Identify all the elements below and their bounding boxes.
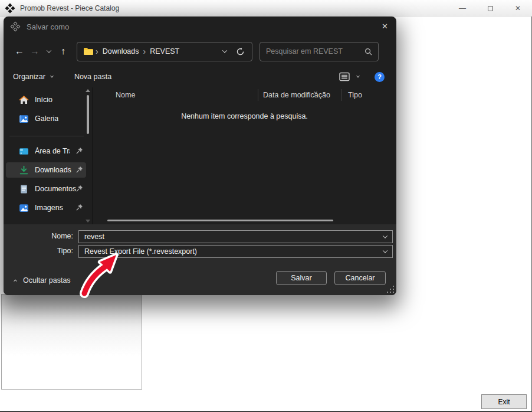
breadcrumb-downloads[interactable]: Downloads [103, 47, 139, 55]
cancel-button[interactable]: Cancelar [334, 271, 386, 285]
promob-logo-outline-icon [11, 22, 21, 32]
filetype-dropdown-chevron-icon [383, 248, 387, 253]
exit-button[interactable]: Exit [481, 394, 527, 409]
pin-icon[interactable] [75, 146, 84, 155]
maximize-button[interactable] [485, 4, 495, 13]
scroll-down-icon[interactable] [86, 220, 90, 223]
gallery-icon [19, 114, 29, 124]
navigation-bar: ← → ↑ › Downloads › REVEST [4, 37, 396, 66]
sidebar-item-label: Galeria [35, 115, 58, 123]
hide-folders-label: Ocultar pastas [23, 276, 71, 285]
window-controls: — ✕ [458, 0, 523, 17]
filetype-select[interactable]: Revest Export File (*.revestexport) [78, 245, 393, 258]
dialog-title: Salvar como [27, 22, 69, 31]
column-separator[interactable] [258, 89, 258, 101]
desktop-icon [19, 146, 29, 156]
organize-button[interactable]: Organizar [13, 73, 53, 81]
download-icon [19, 165, 29, 175]
chevron-down-icon [47, 48, 51, 53]
dialog-main-area: Início Galeria [4, 87, 396, 224]
sidebar-item-label: Área de Trabalho [35, 147, 70, 155]
sidebar: Início Galeria [4, 87, 93, 224]
filename-combo [78, 230, 393, 243]
pin-icon[interactable] [75, 165, 84, 174]
resize-grip[interactable] [387, 286, 394, 293]
sidebar-item-label: Documentos [35, 185, 76, 193]
help-icon[interactable]: ? [375, 72, 385, 82]
sidebar-item-imagens[interactable]: Imagens [6, 200, 86, 215]
close-button[interactable]: ✕ [513, 4, 523, 13]
sidebar-item-label: Início [35, 96, 52, 104]
search-box [260, 42, 379, 61]
dialog-titlebar: Salvar como ✕ [4, 17, 396, 37]
search-icon[interactable] [364, 47, 373, 56]
pin-icon[interactable] [75, 203, 84, 212]
sidebar-item-documentos[interactable]: Documentos [6, 181, 86, 197]
home-icon [19, 95, 29, 105]
breadcrumb-separator: › [143, 47, 146, 55]
promob-logo-icon [5, 3, 15, 13]
sidebar-scrollbar[interactable] [86, 87, 90, 224]
column-separator[interactable] [341, 89, 341, 101]
search-input[interactable] [260, 42, 378, 61]
organize-label: Organizar [13, 73, 45, 81]
chevron-up-icon [14, 280, 17, 283]
address-dropdown-chevron-icon[interactable] [222, 48, 227, 53]
dialog-footer: Nome: Tipo: Revest Export File (*.revest… [4, 224, 396, 295]
view-details-icon[interactable] [339, 72, 350, 81]
scrollbar-thumb[interactable] [87, 95, 89, 134]
new-folder-button[interactable]: Nova pasta [74, 73, 111, 81]
type-field-label: Tipo: [4, 247, 73, 255]
breadcrumb-separator: › [96, 47, 98, 55]
background-panel [1, 294, 142, 390]
sidebar-item-label: Downloads [35, 166, 71, 174]
forward-button[interactable]: → [27, 44, 42, 59]
breadcrumb-revest[interactable]: REVEST [150, 47, 179, 55]
save-button[interactable]: Salvar [276, 271, 327, 285]
address-bar[interactable]: › Downloads › REVEST [77, 42, 252, 61]
sidebar-item-galeria[interactable]: Galeria [6, 111, 86, 126]
refresh-icon[interactable] [236, 47, 245, 56]
chevron-down-icon [50, 74, 54, 78]
horizontal-scrollbar[interactable] [107, 220, 333, 221]
main-window-title: Promob Revest - Piece Catalog [20, 4, 119, 12]
column-header-data[interactable]: Data de modificação [263, 91, 330, 99]
column-header-nome[interactable]: Nome [116, 91, 135, 99]
view-dropdown-chevron-icon[interactable] [356, 74, 360, 78]
sidebar-item-label: Imagens [35, 204, 63, 212]
folder-icon [83, 47, 94, 55]
column-header-tipo[interactable]: Tipo [348, 91, 362, 99]
filename-input[interactable] [84, 233, 383, 241]
empty-list-message: Nenhum item corresponde à pesquisa. [93, 112, 396, 120]
list-header: Nome Data de modificação Tipo [93, 87, 396, 103]
file-list-area: Nome Data de modificação Tipo Nenhum ite… [93, 87, 396, 224]
pin-icon[interactable] [75, 184, 84, 193]
main-titlebar: Promob Revest - Piece Catalog — ✕ [0, 0, 532, 17]
sidebar-item-downloads[interactable]: Downloads [6, 162, 86, 178]
sidebar-item-inicio[interactable]: Início [6, 92, 86, 107]
hide-folders-button[interactable]: Ocultar pastas [14, 276, 71, 285]
document-icon [19, 184, 29, 194]
minimize-button[interactable]: — [458, 4, 467, 13]
dialog-toolbar: Organizar Nova pasta ? [4, 66, 396, 87]
pictures-icon [19, 203, 29, 213]
up-button[interactable]: ↑ [55, 44, 71, 59]
name-field-label: Nome: [4, 232, 73, 240]
back-button[interactable]: ← [12, 44, 27, 59]
dialog-close-button[interactable]: ✕ [382, 22, 388, 31]
save-as-dialog: Salvar como ✕ ← → ↑ › Downloads › REVEST [4, 17, 396, 295]
filetype-value: Revest Export File (*.revestexport) [84, 247, 383, 256]
maximize-icon [488, 6, 493, 11]
app-window: Promob Revest - Piece Catalog — ✕ Exit S… [0, 0, 532, 412]
filename-dropdown-chevron-icon[interactable] [383, 233, 387, 238]
sidebar-divider [9, 136, 84, 136]
sidebar-item-area-de-trabalho[interactable]: Área de Trabalho [6, 143, 86, 159]
scroll-up-icon[interactable] [86, 89, 90, 92]
recent-locations-button[interactable] [42, 44, 55, 59]
